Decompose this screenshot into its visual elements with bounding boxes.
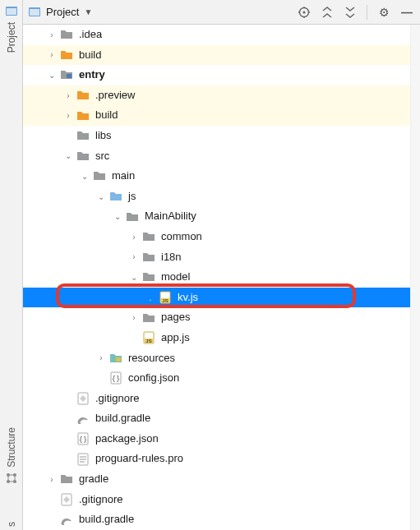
tree-row-appjs[interactable]: . JS app.js <box>23 328 410 348</box>
side-tab-structure[interactable]: Structure <box>3 427 20 485</box>
side-rail: Project Structure s <box>0 0 23 530</box>
tree-label: config.json <box>128 368 179 389</box>
project-tool-icon <box>5 5 18 18</box>
tree-label: .idea <box>79 25 102 45</box>
tree-label: build.gradle <box>95 408 150 429</box>
project-scope-label: Project <box>46 6 79 18</box>
chevron-right-icon: › <box>128 312 140 324</box>
structure-tool-icon <box>5 472 18 485</box>
hide-icon[interactable]: — <box>399 4 415 21</box>
tree-label: model <box>161 267 190 288</box>
expand-all-icon[interactable] <box>319 4 335 21</box>
project-tree[interactable]: › .idea › build ⌄ entry › .preview › bu <box>23 25 410 530</box>
project-toolbar: Project ▼ ⚙ — <box>23 0 420 25</box>
tree-label: .gitignore <box>79 490 122 510</box>
folder-icon <box>76 108 90 123</box>
project-tree-pane: › .idea › build ⌄ entry › .preview › bu <box>23 25 420 530</box>
blank-twisty: . <box>62 393 74 404</box>
tree-label: proguard-rules.pro <box>95 449 183 469</box>
tree-row-entry[interactable]: ⌄ entry <box>23 65 410 85</box>
side-tab-label: Project <box>6 22 17 53</box>
tree-row-preview[interactable]: › .preview <box>23 85 410 106</box>
side-tab-project[interactable]: Project <box>3 5 20 53</box>
tree-row-libs[interactable]: › libs <box>23 126 410 146</box>
tree-row-model[interactable]: ⌄ model <box>23 267 410 288</box>
tree-row-build-gradle-root[interactable]: . build.gradle <box>23 509 410 530</box>
tree-label: app.js <box>161 328 190 348</box>
svg-text:{}: {} <box>79 436 88 444</box>
chevron-right-icon: › <box>95 353 107 364</box>
folder-icon <box>59 472 74 486</box>
tree-row-configjson[interactable]: . {} config.json <box>23 368 410 389</box>
json-file-icon: {} <box>76 431 90 446</box>
tree-label: build <box>79 45 101 66</box>
tree-row-main[interactable]: ⌄ main <box>23 166 410 187</box>
tree-row-gitignore-root[interactable]: . .gitignore <box>23 490 410 510</box>
tree-row-resources[interactable]: › resources <box>23 348 410 369</box>
chevron-down-icon: ⌄ <box>128 271 140 283</box>
source-folder-icon <box>108 189 123 204</box>
svg-rect-1 <box>7 8 16 15</box>
tree-row-mainability[interactable]: ⌄ MainAbility <box>23 206 410 227</box>
folder-icon <box>141 311 156 325</box>
tree-label: .gitignore <box>95 389 139 409</box>
tree-label: main <box>112 166 135 187</box>
project-scope-combo[interactable]: Project ▼ <box>28 6 92 19</box>
tree-label: i18n <box>161 247 182 268</box>
json-file-icon: {} <box>108 371 123 385</box>
scrollbar-vertical[interactable] <box>410 25 420 530</box>
tree-row-common[interactable]: › common <box>23 227 410 247</box>
tree-label: resources <box>128 348 175 369</box>
locate-icon[interactable] <box>296 4 312 21</box>
resource-folder-icon <box>108 351 123 366</box>
blank-twisty: . <box>62 433 74 445</box>
chevron-right-icon: › <box>46 29 58 40</box>
tree-row-gradle-root[interactable]: › gradle <box>23 469 410 490</box>
tree-row-kvjs[interactable]: . JS kv.js <box>23 288 410 308</box>
tree-row-i18n[interactable]: › i18n <box>23 247 410 268</box>
tree-row-build-entry[interactable]: › build <box>23 105 410 126</box>
tree-row-build-gradle-entry[interactable]: . build.gradle <box>23 408 410 429</box>
svg-rect-17 <box>116 357 121 362</box>
separator <box>367 5 367 20</box>
folder-icon <box>59 27 74 42</box>
gradle-file-icon <box>76 412 90 426</box>
tree-row-pages[interactable]: › pages <box>23 307 410 328</box>
chevron-right-icon: › <box>128 231 140 242</box>
side-tab-label: s <box>6 522 17 527</box>
tree-row-src[interactable]: ⌄ src <box>23 146 410 167</box>
tree-label: build <box>95 105 118 126</box>
gitignore-icon <box>59 492 74 507</box>
tree-row-js[interactable]: ⌄ js <box>23 187 410 207</box>
folder-icon <box>92 168 107 183</box>
chevron-down-icon: ⌄ <box>95 191 107 202</box>
folder-icon <box>76 149 90 164</box>
tree-label: package.json <box>95 429 159 449</box>
tree-row-gitignore-entry[interactable]: . .gitignore <box>23 389 410 409</box>
gear-icon[interactable]: ⚙ <box>376 4 392 21</box>
folder-icon <box>141 250 156 265</box>
text-file-icon <box>76 452 90 467</box>
tree-row-proguard[interactable]: . proguard-rules.pro <box>23 449 410 469</box>
js-file-icon: JS <box>141 330 156 345</box>
folder-icon <box>125 210 140 224</box>
chevron-down-icon: ⌄ <box>79 170 90 182</box>
tree-label: libs <box>95 126 112 146</box>
tree-row-build-root[interactable]: › build <box>23 45 410 66</box>
chevron-down-icon: ⌄ <box>62 150 74 162</box>
tree-row-idea[interactable]: › .idea <box>23 25 410 45</box>
chevron-down-icon: ⌄ <box>46 69 58 81</box>
chevron-right-icon: › <box>128 251 140 263</box>
blank-twisty: . <box>145 292 156 303</box>
tree-label: common <box>161 227 202 247</box>
blank-twisty: . <box>128 332 140 343</box>
project-scope-icon <box>28 6 41 19</box>
side-tab-label: Structure <box>6 427 17 468</box>
tree-label: pages <box>161 307 190 328</box>
collapse-all-icon[interactable] <box>342 4 358 21</box>
tree-label: gradle <box>79 469 108 490</box>
tree-row-packagejson[interactable]: . {} package.json <box>23 429 410 449</box>
tree-label: MainAbility <box>145 206 196 227</box>
chevron-down-icon: ⌄ <box>112 211 123 223</box>
side-tab-s[interactable]: s <box>3 522 20 527</box>
